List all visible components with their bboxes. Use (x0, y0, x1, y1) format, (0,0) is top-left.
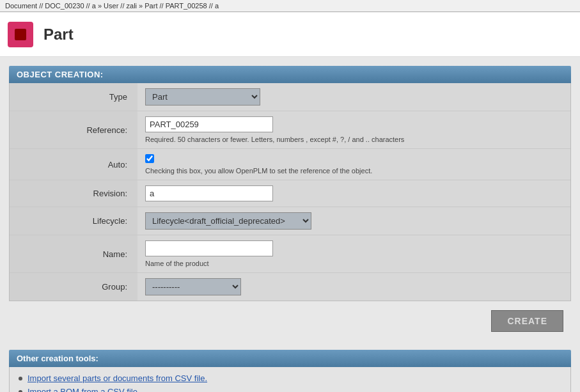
other-tools-section: Other creation tools: Import several par… (9, 350, 571, 392)
import-parts-link[interactable]: Import several parts or documents from C… (27, 373, 207, 383)
name-label: Name: (10, 235, 137, 272)
page-title: Part (43, 26, 74, 43)
import-bom-link[interactable]: Import a BOM from a CSV file. (27, 387, 140, 392)
bullet-icon (19, 377, 22, 380)
reference-input[interactable] (145, 116, 273, 132)
auto-row: Auto: Checking this box, you allow OpenP… (10, 149, 570, 180)
list-item: Import a BOM from a CSV file. (19, 387, 561, 392)
auto-field: Checking this box, you allow OpenPLM to … (137, 149, 570, 180)
revision-field (137, 180, 570, 207)
part-icon (8, 22, 33, 47)
revision-label: Revision: (10, 180, 137, 207)
creation-form: Type Part Reference: Required. 50 charac… (9, 83, 571, 301)
button-row: CREATE (9, 301, 571, 341)
group-row: Group: ---------- (10, 273, 570, 301)
group-select[interactable]: ---------- (145, 278, 241, 295)
type-label: Type (10, 83, 137, 111)
main-content: OBJECT CREATION: Type Part Reference: Re… (0, 57, 580, 392)
name-input[interactable] (145, 240, 273, 256)
lifecycle-field: Lifecycle<draft_official_deprecated> (137, 207, 570, 235)
revision-row: Revision: (10, 180, 570, 207)
page-header: Part (0, 12, 580, 57)
name-field: Name of the product (137, 235, 570, 272)
revision-input[interactable] (145, 185, 273, 201)
lifecycle-select[interactable]: Lifecycle<draft_official_deprecated> (145, 212, 311, 230)
name-row: Name: Name of the product (10, 235, 570, 273)
type-field: Part (137, 83, 570, 111)
lifecycle-row: Lifecycle: Lifecycle<draft_official_depr… (10, 207, 570, 235)
auto-checkbox[interactable] (145, 154, 154, 163)
group-field: ---------- (137, 273, 570, 301)
type-select[interactable]: Part (145, 88, 260, 106)
name-hint: Name of the product (145, 260, 563, 267)
create-button[interactable]: CREATE (491, 310, 563, 332)
group-label: Group: (10, 273, 137, 301)
bullet-icon (19, 390, 22, 393)
type-row: Type Part (10, 83, 570, 111)
list-item: Import several parts or documents from C… (19, 373, 561, 383)
reference-label: Reference: (10, 111, 137, 148)
lifecycle-label: Lifecycle: (10, 207, 137, 235)
auto-label: Auto: (10, 149, 137, 180)
object-creation-header: OBJECT CREATION: (9, 66, 571, 83)
other-tools-content: Import several parts or documents from C… (9, 367, 571, 392)
auto-hint: Checking this box, you allow OpenPLM to … (145, 167, 563, 175)
breadcrumb: Document // DOC_00230 // a » User // zal… (0, 0, 580, 12)
reference-hint: Required. 50 characters or fewer. Letter… (145, 136, 563, 143)
other-tools-header: Other creation tools: (9, 350, 571, 367)
reference-row: Reference: Required. 50 characters or fe… (10, 111, 570, 149)
reference-field: Required. 50 characters or fewer. Letter… (137, 111, 570, 148)
